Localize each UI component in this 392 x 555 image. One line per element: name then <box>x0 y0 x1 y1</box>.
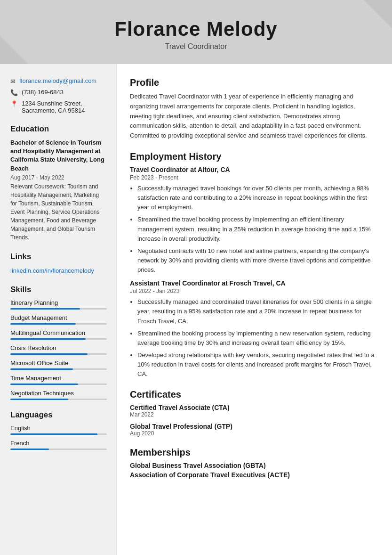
employment-section: Employment History Travel Coordinator at… <box>130 151 377 379</box>
skill-item: Multilingual Communication <box>10 329 107 340</box>
memberships-heading: Memberships <box>130 447 377 458</box>
language-label: English <box>10 424 107 432</box>
cert-name: Global Travel Professional (GTP) <box>130 423 377 430</box>
language-bar-bg <box>10 433 107 435</box>
linkedin-link[interactable]: linkedin.com/in/florancemelody <box>10 267 94 274</box>
address-text: 1234 Sunshine Street, Sacramento, CA 958… <box>22 100 85 114</box>
membership-entry: Association of Corporate Travel Executiv… <box>130 471 377 479</box>
language-item: French <box>10 440 107 450</box>
skill-label: Negotiation Techniques <box>10 390 107 397</box>
links-section: Links linkedin.com/in/florancemelody <box>10 252 107 275</box>
certs-list: Certified Travel Associate (CTA) Mar 202… <box>130 404 377 437</box>
profile-text: Dedicated Travel Coordinator with 1 year… <box>130 92 377 141</box>
skill-bar-fill <box>10 399 68 400</box>
job-bullet: Successfully managed and coordinated tra… <box>137 297 377 326</box>
links-heading: Links <box>10 252 107 261</box>
phone-number: (738) 169-6843 <box>22 89 64 96</box>
job-bullets: Successfully managed travel bookings for… <box>130 184 377 275</box>
skill-bar-bg <box>10 399 107 400</box>
skill-bar-fill <box>10 338 86 340</box>
job-bullet: Developed strong relationships with key … <box>137 351 377 379</box>
language-bar-bg <box>10 449 107 450</box>
profile-heading: Profile <box>130 77 377 88</box>
cert-date: Aug 2020 <box>130 430 377 437</box>
language-bar-fill <box>10 449 49 450</box>
skill-label: Crisis Resolution <box>10 344 107 351</box>
skill-bar-bg <box>10 353 107 355</box>
skill-item: Negotiation Techniques <box>10 390 107 400</box>
member-name: Association of Corporate Travel Executiv… <box>130 471 377 479</box>
jobs-list: Travel Coordinator at Altour, CA Feb 202… <box>130 166 377 379</box>
candidate-name: Florance Melody <box>9 18 383 41</box>
education-heading: Education <box>10 124 107 134</box>
skill-item: Microsoft Office Suite <box>10 359 107 370</box>
skill-label: Itinerary Planning <box>10 299 107 306</box>
skills-list: Itinerary Planning Budget Management Mul… <box>10 299 107 400</box>
candidate-title: Travel Coordinator <box>9 42 383 51</box>
edu-degree: Bachelor of Science in Tourism and Hospi… <box>10 139 107 173</box>
skill-bar-bg <box>10 338 107 340</box>
job-entry: Assistant Travel Coordinator at Frosch T… <box>130 279 377 379</box>
certificate-entry: Global Travel Professional (GTP) Aug 202… <box>130 423 377 437</box>
contact-phone: 📞 (738) 169-6843 <box>10 89 107 96</box>
job-entry: Travel Coordinator at Altour, CA Feb 202… <box>130 166 377 275</box>
language-label: French <box>10 440 107 447</box>
cert-name: Certified Travel Associate (CTA) <box>130 404 377 411</box>
location-icon: 📍 <box>10 100 18 107</box>
memberships-list: Global Business Travel Association (GBTA… <box>130 462 377 479</box>
profile-section: Profile Dedicated Travel Coordinator wit… <box>130 77 377 141</box>
job-title: Travel Coordinator at Altour, CA <box>130 166 377 173</box>
job-bullets: Successfully managed and coordinated tra… <box>130 297 377 379</box>
membership-entry: Global Business Travel Association (GBTA… <box>130 462 377 469</box>
skill-bar-fill <box>10 368 73 370</box>
skill-label: Budget Management <box>10 314 107 321</box>
languages-list: English French <box>10 424 107 450</box>
education-section: Education Bachelor of Science in Tourism… <box>10 124 107 242</box>
contact-section: ✉ florance.melody@gmail.com 📞 (738) 169-… <box>10 77 107 114</box>
skill-item: Budget Management <box>10 314 107 325</box>
edu-dates: Aug 2017 - May 2022 <box>10 174 107 181</box>
language-bar-fill <box>10 433 97 435</box>
skill-item: Itinerary Planning <box>10 299 107 310</box>
skill-bar-fill <box>10 384 78 385</box>
skill-bar-bg <box>10 308 107 310</box>
header-corner-left-decoration <box>0 36 28 64</box>
job-dates: Jul 2022 - Jan 2023 <box>130 288 377 294</box>
languages-section: Languages English French <box>10 410 107 450</box>
phone-icon: 📞 <box>10 89 18 96</box>
skill-bar-fill <box>10 323 76 325</box>
job-bullet: Streamlined the travel booking process b… <box>137 215 377 243</box>
job-title: Assistant Travel Coordinator at Frosch T… <box>130 279 377 287</box>
skill-label: Microsoft Office Suite <box>10 359 107 367</box>
email-icon: ✉ <box>10 78 16 85</box>
skill-item: Time Management <box>10 375 107 385</box>
memberships-section: Memberships Global Business Travel Assoc… <box>130 447 377 479</box>
job-bullet: Streamlined the booking process by imple… <box>137 329 377 348</box>
edu-coursework: Relevant Coursework: Tourism and Hospita… <box>10 182 107 242</box>
skills-heading: Skills <box>10 285 107 294</box>
header-corner-right-decoration <box>364 0 392 28</box>
skill-item: Crisis Resolution <box>10 344 107 355</box>
skill-bar-bg <box>10 384 107 385</box>
job-bullet: Negotiated contracts with 10 new hotel a… <box>137 246 377 275</box>
skill-bar-fill <box>10 308 80 310</box>
employment-heading: Employment History <box>130 151 377 162</box>
skill-label: Multilingual Communication <box>10 329 107 336</box>
resume-wrapper: Florance Melody Travel Coordinator ✉ flo… <box>0 0 392 555</box>
skill-label: Time Management <box>10 375 107 382</box>
skill-bar-bg <box>10 323 107 325</box>
body-content: ✉ florance.melody@gmail.com 📞 (738) 169-… <box>0 64 392 555</box>
job-dates: Feb 2023 - Present <box>130 174 377 181</box>
email-link[interactable]: florance.melody@gmail.com <box>19 77 96 84</box>
skill-bar-bg <box>10 368 107 370</box>
languages-heading: Languages <box>10 410 107 420</box>
skills-section: Skills Itinerary Planning Budget Managem… <box>10 285 107 400</box>
language-item: English <box>10 424 107 435</box>
member-name: Global Business Travel Association (GBTA… <box>130 462 377 469</box>
job-bullet: Successfully managed travel bookings for… <box>137 184 377 212</box>
contact-address: 📍 1234 Sunshine Street, Sacramento, CA 9… <box>10 100 107 114</box>
certificates-heading: Certificates <box>130 389 377 400</box>
certificate-entry: Certified Travel Associate (CTA) Mar 202… <box>130 404 377 418</box>
sidebar: ✉ florance.melody@gmail.com 📞 (738) 169-… <box>0 64 117 555</box>
skill-bar-fill <box>10 353 88 355</box>
